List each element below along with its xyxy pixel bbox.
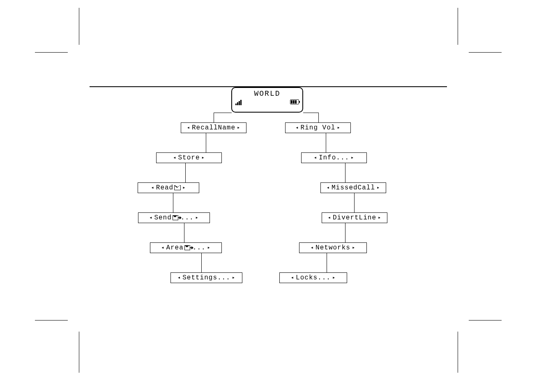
arrow-left-icon: ◂ xyxy=(151,185,154,190)
menu-label: Info... xyxy=(319,154,349,161)
connector xyxy=(318,113,319,122)
arrow-right-icon: ▸ xyxy=(196,215,199,220)
menu-divertline[interactable]: ◂ DivertLine ▸ xyxy=(322,212,387,223)
connector xyxy=(214,113,232,113)
send-icon xyxy=(173,215,181,220)
connector xyxy=(345,163,345,182)
menu-label: MissedCall xyxy=(332,184,375,191)
crop-mark xyxy=(35,320,68,321)
menu-label: Settings... xyxy=(182,274,230,281)
menu-info[interactable]: ◂ Info... ▸ xyxy=(301,152,367,163)
connector xyxy=(303,113,319,113)
crop-mark xyxy=(458,332,458,373)
connector xyxy=(214,113,214,122)
menu-store[interactable]: ◂ Store ▸ xyxy=(156,152,222,163)
menu-recallname[interactable]: ◂ RecallName ▸ xyxy=(181,122,246,133)
connector xyxy=(201,253,202,272)
arrow-left-icon: ◂ xyxy=(177,275,181,280)
crop-mark xyxy=(469,320,502,321)
arrow-left-icon: ◂ xyxy=(187,125,190,130)
menu-read[interactable]: ◂ Read ▸ xyxy=(138,182,199,193)
arrow-right-icon: ▸ xyxy=(237,125,240,130)
arrow-right-icon: ▸ xyxy=(377,185,380,190)
arrow-left-icon: ◂ xyxy=(149,215,152,220)
menu-label: RecallName xyxy=(192,124,235,131)
crop-mark xyxy=(35,52,68,53)
battery-icon xyxy=(290,99,299,104)
arrow-left-icon: ◂ xyxy=(291,275,294,280)
arrow-left-icon: ◂ xyxy=(328,215,331,220)
menu-label: DivertLine xyxy=(333,214,376,221)
connector xyxy=(173,193,173,212)
arrow-right-icon: ▸ xyxy=(202,155,205,160)
arrow-right-icon: ▸ xyxy=(182,185,186,190)
menu-settings[interactable]: ◂ Settings... ▸ xyxy=(170,272,242,283)
menu-ring-vol[interactable]: ◂ Ring Vol ▸ xyxy=(285,122,351,133)
send-icon xyxy=(184,245,193,250)
connector xyxy=(206,133,206,152)
menu-locks[interactable]: ◂ Locks... ▸ xyxy=(279,272,347,283)
menu-networks[interactable]: ◂ Networks ▸ xyxy=(299,242,367,253)
arrow-right-icon: ▸ xyxy=(337,125,340,130)
menu-label: Read xyxy=(156,184,181,191)
menu-label: Networks xyxy=(315,244,350,251)
connector xyxy=(354,193,355,212)
connector xyxy=(327,253,327,272)
arrow-left-icon: ◂ xyxy=(173,155,176,160)
lcd-screen: WORLD xyxy=(231,87,303,113)
crop-mark xyxy=(458,8,458,45)
connector xyxy=(326,133,326,152)
crop-mark xyxy=(79,8,79,45)
menu-send[interactable]: ◂ Send... ▸ xyxy=(138,212,210,223)
arrow-left-icon: ◂ xyxy=(295,125,299,130)
menu-area[interactable]: ◂ Area... ▸ xyxy=(150,242,222,253)
arrow-left-icon: ◂ xyxy=(314,155,317,160)
crop-mark xyxy=(79,332,79,373)
menu-missedcall[interactable]: ◂ MissedCall ▸ xyxy=(320,182,386,193)
arrow-right-icon: ▸ xyxy=(352,245,355,250)
connector xyxy=(185,163,186,182)
menu-label: Locks... xyxy=(296,274,331,281)
signal-icon xyxy=(235,99,242,105)
arrow-right-icon: ▸ xyxy=(378,215,381,220)
menu-label: Area... xyxy=(166,244,205,251)
envelope-icon xyxy=(174,185,181,190)
arrow-left-icon: ◂ xyxy=(327,185,330,190)
menu-label: Send... xyxy=(154,214,193,221)
crop-mark xyxy=(469,52,502,53)
connector xyxy=(345,223,345,242)
arrow-right-icon: ▸ xyxy=(232,275,235,280)
menu-label: Store xyxy=(178,154,200,161)
arrow-right-icon: ▸ xyxy=(207,245,211,250)
arrow-left-icon: ◂ xyxy=(161,245,164,250)
menu-label: Ring Vol xyxy=(301,124,336,131)
lcd-title: WORLD xyxy=(254,90,280,98)
arrow-left-icon: ◂ xyxy=(311,245,314,250)
arrow-right-icon: ▸ xyxy=(351,155,354,160)
arrow-right-icon: ▸ xyxy=(332,275,336,280)
connector xyxy=(184,223,184,242)
